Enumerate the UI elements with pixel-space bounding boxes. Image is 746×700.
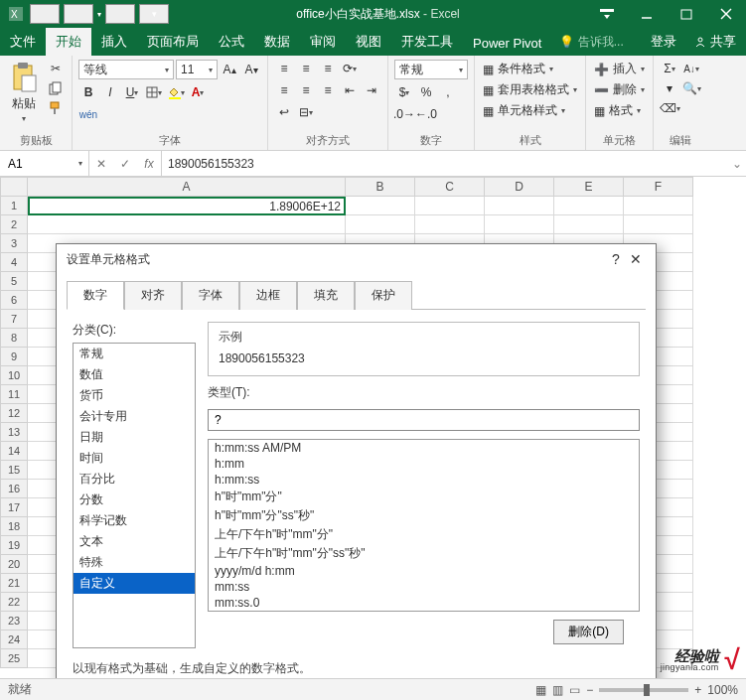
tab-developer[interactable]: 开发工具	[391, 28, 463, 56]
delete-format-button[interactable]: 删除(D)	[553, 620, 624, 644]
cell-styles-button[interactable]: ▦单元格样式▾	[481, 101, 567, 120]
cell[interactable]	[346, 215, 415, 234]
name-box-input[interactable]	[6, 156, 78, 172]
fill-color-button[interactable]: ▾	[166, 83, 186, 101]
orientation-icon[interactable]: ⟳▾	[340, 60, 360, 77]
tab-layout[interactable]: 页面布局	[137, 28, 209, 56]
tab-formulas[interactable]: 公式	[209, 28, 254, 56]
category-item[interactable]: 货币	[74, 385, 195, 406]
view-pagebreak-icon[interactable]: ▭	[569, 683, 580, 697]
view-normal-icon[interactable]: ▦	[535, 683, 546, 697]
type-list-item[interactable]: mm:ss	[209, 579, 639, 595]
column-header[interactable]: A	[28, 177, 346, 197]
accept-formula-icon[interactable]: ✓	[113, 151, 137, 176]
fx-icon[interactable]: fx	[137, 151, 161, 176]
italic-button[interactable]: I	[100, 83, 120, 101]
delete-cells-button[interactable]: ➖删除▾	[592, 80, 647, 99]
category-item[interactable]: 文本	[74, 531, 195, 552]
maximize-button[interactable]	[667, 0, 706, 28]
cell[interactable]	[554, 197, 624, 215]
column-header[interactable]: B	[346, 177, 415, 197]
ribbon-options-icon[interactable]	[587, 0, 627, 28]
undo-dropdown[interactable]: ▾	[97, 10, 101, 19]
row-header[interactable]: 22	[0, 593, 28, 612]
increase-decimal-icon[interactable]: .0→	[394, 105, 414, 123]
type-list-item[interactable]: 上午/下午h"时"mm"分"	[209, 525, 639, 544]
tell-me[interactable]: 💡 告诉我...	[551, 29, 631, 56]
underline-button[interactable]: U▾	[122, 83, 142, 101]
type-input[interactable]	[208, 409, 640, 431]
type-list-item[interactable]: h"时"mm"分"	[209, 488, 639, 506]
select-all-corner[interactable]	[0, 177, 28, 197]
redo-icon[interactable]	[105, 4, 135, 24]
row-header[interactable]: 25	[0, 649, 28, 668]
table-format-button[interactable]: ▦套用表格格式▾	[481, 80, 579, 99]
cell[interactable]	[624, 215, 693, 234]
row-header[interactable]: 12	[0, 404, 28, 423]
align-left-icon[interactable]: ≡	[274, 81, 294, 99]
type-list-item[interactable]: h:mm	[209, 456, 639, 472]
category-item[interactable]: 时间	[74, 448, 195, 469]
type-list-item[interactable]: h:mm:ss AM/PM	[209, 440, 639, 456]
percent-format-icon[interactable]: %	[416, 83, 436, 101]
insert-cells-button[interactable]: ➕插入▾	[592, 60, 647, 78]
increase-indent-icon[interactable]: ⇥	[362, 81, 381, 99]
zoom-in-icon[interactable]: +	[694, 683, 701, 697]
dialog-help-button[interactable]: ?	[606, 249, 626, 269]
type-list-item[interactable]: h"时"mm"分"ss"秒"	[209, 506, 639, 525]
row-header[interactable]: 17	[0, 498, 28, 517]
cell[interactable]	[624, 197, 693, 215]
view-layout-icon[interactable]: ▥	[552, 683, 563, 697]
merge-cells-icon[interactable]: ⊟▾	[296, 103, 316, 121]
find-select-icon[interactable]: 🔍▾	[681, 79, 701, 97]
paste-button[interactable]: 粘贴▾	[6, 60, 42, 125]
dialog-close-button[interactable]: ✕	[626, 249, 646, 269]
tab-file[interactable]: 文件	[0, 28, 46, 56]
category-item[interactable]: 自定义	[74, 573, 195, 594]
cell[interactable]	[485, 197, 554, 215]
type-listbox[interactable]: h:mm:ss AM/PMh:mmh:mm:ssh"时"mm"分"h"时"mm"…	[208, 439, 640, 612]
category-item[interactable]: 常规	[74, 344, 195, 364]
row-header[interactable]: 1	[0, 197, 28, 215]
row-header[interactable]: 2	[0, 215, 28, 234]
category-item[interactable]: 数值	[74, 364, 195, 385]
qat-customize-icon[interactable]: ▾	[139, 4, 169, 24]
align-middle-icon[interactable]: ≡	[296, 60, 316, 77]
share-button[interactable]: 共享	[684, 28, 746, 56]
dialog-tab[interactable]: 保护	[355, 281, 412, 310]
row-header[interactable]: 15	[0, 461, 28, 480]
wrap-text-icon[interactable]: ↩	[274, 103, 294, 121]
tab-view[interactable]: 视图	[346, 28, 391, 56]
row-header[interactable]: 21	[0, 574, 28, 593]
type-list-item[interactable]: h:mm:ss	[209, 472, 639, 488]
decrease-font-icon[interactable]: A▾	[241, 61, 261, 78]
row-header[interactable]: 3	[0, 234, 28, 253]
cell[interactable]	[485, 215, 554, 234]
type-list-item[interactable]: 上午/下午h"时"mm"分"ss"秒"	[209, 544, 639, 563]
cell[interactable]: 1.89006E+12	[28, 197, 346, 215]
minimize-button[interactable]	[627, 0, 667, 28]
row-header[interactable]: 24	[0, 630, 28, 649]
dialog-tab[interactable]: 数字	[67, 281, 124, 310]
login-link[interactable]: 登录	[643, 28, 684, 56]
row-header[interactable]: 4	[0, 253, 28, 272]
row-header[interactable]: 23	[0, 612, 28, 630]
row-header[interactable]: 5	[0, 272, 28, 291]
format-cells-button[interactable]: ▦格式▾	[592, 101, 643, 120]
font-name-combo[interactable]: 等线▾	[78, 60, 174, 79]
column-header[interactable]: D	[485, 177, 554, 197]
column-header[interactable]: F	[624, 177, 693, 197]
row-header[interactable]: 13	[0, 423, 28, 442]
type-list-item[interactable]: @	[209, 611, 639, 612]
fill-icon[interactable]: ▾	[660, 79, 679, 97]
row-header[interactable]: 20	[0, 555, 28, 574]
tab-review[interactable]: 审阅	[300, 28, 346, 56]
type-list-item[interactable]: mm:ss.0	[209, 595, 639, 611]
autosum-icon[interactable]: Σ▾	[660, 60, 679, 77]
dialog-tab[interactable]: 填充	[297, 281, 355, 310]
category-item[interactable]: 科学记数	[74, 510, 195, 531]
formula-input[interactable]: 1890056155323	[162, 151, 728, 176]
cell[interactable]	[28, 215, 346, 234]
zoom-level[interactable]: 100%	[707, 683, 738, 697]
column-header[interactable]: E	[554, 177, 624, 197]
